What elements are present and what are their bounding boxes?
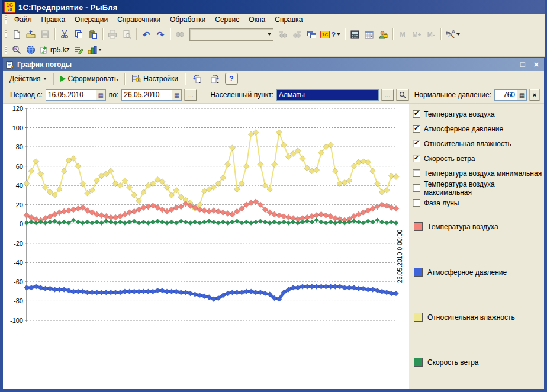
period-more-button[interactable]: ... — [185, 89, 197, 101]
separator — [136, 28, 137, 40]
windows-cascade-button[interactable] — [304, 27, 318, 41]
copy-button[interactable] — [72, 27, 86, 41]
normal-pressure-input[interactable] — [495, 90, 517, 100]
save-button[interactable] — [38, 27, 52, 41]
date-to-input[interactable] — [122, 90, 172, 100]
user-lock-button[interactable] — [376, 27, 390, 41]
app-title: 1С:Предприятие - РыБля — [18, 3, 118, 12]
undo-button[interactable]: ↶ — [139, 27, 153, 41]
calendar-picker-icon[interactable]: ▦ — [172, 90, 181, 100]
rp5-label: rp5.kz — [50, 46, 70, 54]
period-to-label: по: — [109, 91, 119, 99]
restore-settings-button[interactable] — [188, 72, 206, 85]
checkbox-pressure[interactable]: Атмосферное давление — [413, 121, 544, 136]
menu-service[interactable]: Сервис — [210, 14, 244, 25]
period-label: Период с: — [10, 91, 43, 99]
globe-button[interactable] — [24, 44, 38, 56]
memory-recall-button[interactable]: M — [395, 27, 410, 41]
find-next-button[interactable] — [276, 27, 290, 41]
find-previous-button[interactable] — [290, 27, 304, 41]
checkbox-wind-speed[interactable]: Скорость ветра — [413, 151, 544, 166]
find-button[interactable] — [173, 27, 187, 41]
checkbox-temperature[interactable]: Температура воздуха — [413, 107, 544, 121]
toolbar-grip[interactable] — [5, 15, 7, 24]
checkbox-temperature-min[interactable]: Температура воздуха минимальная — [413, 166, 544, 181]
toolbar-grip[interactable] — [5, 46, 7, 54]
checkbox-box[interactable] — [413, 140, 420, 147]
list-edit-button[interactable] — [72, 44, 86, 56]
calculator-button[interactable] — [347, 27, 362, 41]
open-button[interactable] — [24, 27, 38, 41]
chevron-down-icon — [43, 78, 47, 80]
calculator-picker-icon[interactable]: ▦ — [517, 90, 526, 100]
menu-operations[interactable]: Операции — [70, 14, 112, 25]
separator — [170, 28, 170, 40]
menu-bar: Файл Правка Операции Справочники Обработ… — [2, 14, 545, 25]
checkbox-temperature-max[interactable]: Температура воздуха максимальная — [413, 181, 544, 195]
close-button[interactable]: × — [531, 59, 542, 70]
minimize-button[interactable]: _ — [504, 59, 514, 70]
svg-text:-20: -20 — [14, 240, 23, 247]
settings-button[interactable]: Настройки — [127, 72, 182, 85]
checkbox-box[interactable] — [413, 155, 420, 162]
rp5-button[interactable]: rp5.kz — [38, 44, 72, 56]
chevron-down-icon[interactable] — [456, 33, 460, 36]
toolbar-grip[interactable] — [5, 30, 7, 38]
memory-subtract-button[interactable]: M- — [424, 27, 438, 41]
separator — [345, 28, 345, 40]
calendar-picker-icon[interactable]: ▦ — [96, 90, 105, 100]
filter-row: Период с: ▦ по: ▦ ... Населенный пункт: … — [3, 86, 544, 104]
city-search-button[interactable] — [397, 89, 408, 101]
save-settings-button[interactable] — [206, 72, 224, 85]
checkbox-moon-phase[interactable]: Фаза луны — [413, 195, 544, 210]
memory-m-plus-icon: M+ — [412, 31, 421, 38]
city-more-button[interactable]: ... — [382, 89, 394, 101]
legend-label: Температура воздуха — [427, 223, 498, 231]
scissors-icon — [60, 30, 69, 39]
separator — [53, 73, 54, 85]
city-label: Населенный пункт: — [210, 91, 274, 99]
child-titlebar[interactable]: График погоды _ □ × — [3, 58, 544, 71]
checkbox-box[interactable] — [413, 110, 420, 118]
separator — [54, 28, 55, 40]
print-button[interactable] — [105, 27, 120, 41]
svg-text:-100: -100 — [10, 317, 23, 324]
checkbox-humidity[interactable]: Относительная влажность — [413, 136, 544, 151]
checkbox-box[interactable] — [413, 199, 420, 207]
help-1c-button[interactable]: 1С ? — [318, 27, 342, 41]
maximize-button[interactable]: □ — [517, 59, 528, 70]
checkbox-box[interactable] — [413, 125, 420, 133]
menu-processors[interactable]: Обработки — [165, 14, 210, 25]
menu-help[interactable]: Справка — [270, 14, 307, 25]
print-preview-button[interactable] — [120, 27, 134, 41]
service-tools-button[interactable] — [443, 27, 462, 41]
menu-windows[interactable]: Окна — [244, 14, 270, 25]
memory-add-button[interactable]: M+ — [410, 27, 424, 41]
new-document-icon — [12, 30, 21, 39]
windows-icon — [307, 30, 316, 38]
zoom-n-button[interactable]: N — [9, 44, 24, 56]
redo-button[interactable]: ↷ — [153, 27, 168, 41]
calendar-button[interactable] — [362, 27, 376, 41]
search-combobox[interactable] — [189, 28, 274, 41]
menu-file[interactable]: Файл — [9, 14, 37, 25]
chevron-down-icon[interactable] — [98, 49, 102, 51]
actions-button[interactable]: Действия — [5, 72, 51, 85]
chart-report-button[interactable] — [86, 44, 104, 56]
menu-catalogs[interactable]: Справочники — [112, 14, 165, 25]
chevron-down-icon[interactable] — [337, 33, 340, 36]
generate-button[interactable]: Сформировать — [56, 72, 123, 85]
checkbox-box[interactable] — [413, 169, 420, 177]
city-input[interactable] — [277, 90, 378, 100]
cut-button[interactable] — [57, 27, 72, 41]
help-button[interactable]: ? — [224, 72, 239, 85]
clear-pressure-button[interactable]: × — [530, 89, 539, 101]
date-from-input[interactable] — [46, 90, 96, 100]
chevron-down-icon[interactable] — [268, 33, 271, 36]
menu-edit[interactable]: Правка — [37, 14, 70, 25]
paste-button[interactable] — [86, 27, 100, 41]
new-document-button[interactable] — [9, 27, 24, 41]
legend-swatch — [414, 358, 423, 367]
legend-swatch — [414, 313, 423, 322]
checkbox-box[interactable] — [413, 184, 420, 192]
